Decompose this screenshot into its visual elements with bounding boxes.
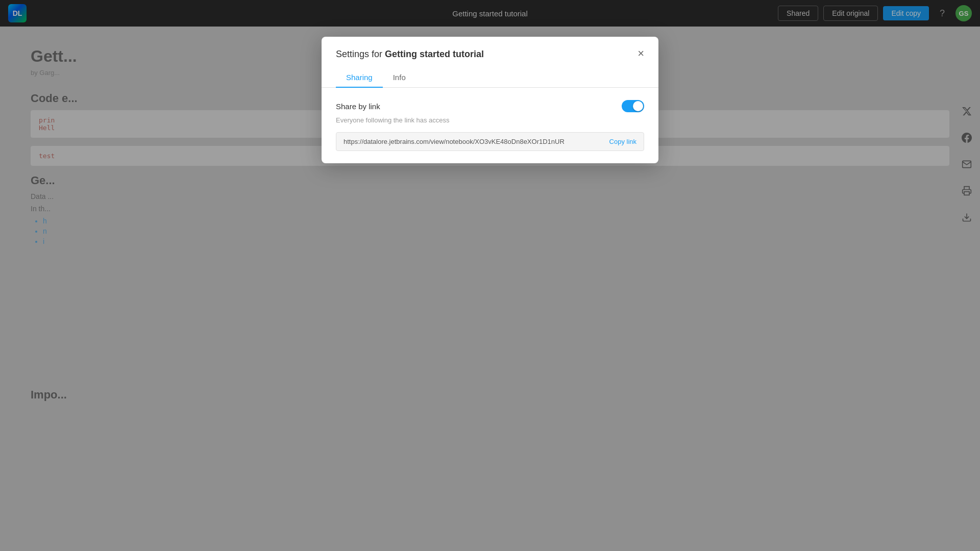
share-by-link-row: Share by link [336, 100, 644, 112]
modal-overlay[interactable]: Settings for Getting started tutorial × … [0, 0, 980, 551]
share-by-link-label: Share by link [336, 102, 380, 111]
settings-modal: Settings for Getting started tutorial × … [322, 37, 658, 163]
modal-title: Settings for Getting started tutorial [336, 49, 484, 60]
modal-header: Settings for Getting started tutorial × [322, 37, 658, 60]
close-button[interactable]: × [638, 48, 644, 59]
share-hint: Everyone following the link has access [336, 116, 644, 124]
link-box: https://datalore.jetbrains.com/view/note… [336, 132, 644, 151]
tab-sharing[interactable]: Sharing [336, 68, 383, 88]
modal-tabs: Sharing Info [322, 68, 658, 88]
share-toggle[interactable] [622, 100, 644, 112]
tab-info[interactable]: Info [383, 68, 416, 88]
link-url: https://datalore.jetbrains.com/view/note… [344, 138, 604, 145]
modal-body: Share by link Everyone following the lin… [322, 88, 658, 163]
copy-link-button[interactable]: Copy link [609, 138, 636, 145]
